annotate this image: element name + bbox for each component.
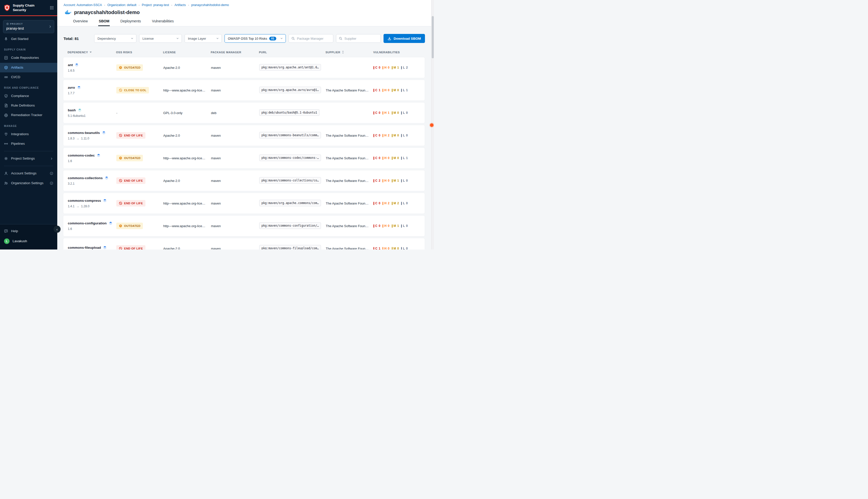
dependency-cell: commons-compress 1.4.1→1.28.0 (68, 199, 116, 208)
tab-sbom[interactable]: SBOM (98, 19, 110, 26)
artifacts-icon (4, 65, 8, 70)
purl-chip[interactable]: pkg:maven/org.apache.avro/avro@1… (259, 87, 321, 93)
page-title: pranaycshah/todolist-demo (74, 10, 140, 15)
main-area: Account: Automation-SSCA › Organization:… (57, 0, 434, 250)
table-row[interactable]: commons-compress 1.4.1→1.28.0 END OF LIF… (63, 193, 425, 214)
module-switcher-icon[interactable] (50, 6, 54, 10)
dependency-cell: commons-codec 1.6 (68, 154, 116, 163)
filter-label: OWASP OSS Top 10 Risks (228, 37, 267, 40)
sidebar-item-code-repositories[interactable]: Code Repositories (0, 53, 57, 63)
tab-vulnerabilities[interactable]: Vulnerabilities (151, 19, 174, 26)
purl-chip[interactable]: pkg:maven/org.apache.ant/ant@1.6… (259, 64, 321, 71)
breadcrumb: Account: Automation-SSCA › Organization:… (64, 3, 434, 7)
sidebar-item-compliance[interactable]: Compliance (0, 91, 57, 101)
tab-overview[interactable]: Overview (73, 19, 88, 26)
purl-cell: pkg:maven/commons-configuration/… (259, 222, 326, 230)
purl-chip[interactable]: pkg:maven/commons-fileupload/com… (259, 245, 321, 250)
owasp-risks-filter[interactable]: OWASP OSS Top 10 Risks 01 (224, 34, 286, 43)
sidebar-item-pipelines[interactable]: Pipelines (0, 139, 57, 148)
package-manager-search-input[interactable] (297, 37, 331, 40)
gear-icon (4, 157, 8, 160)
breadcrumb-project[interactable]: Project: pranay-test (142, 3, 169, 7)
table-row[interactable]: commons-configuration 1.6 OUTDATED http-… (63, 215, 425, 236)
purl-chip[interactable]: pkg:deb/ubuntu/bash@5.1-6ubuntu1 (259, 109, 320, 116)
sidebar-item-remediation-tracker[interactable]: Remediation Tracker (0, 110, 57, 120)
app-logo-shield-icon[interactable] (4, 4, 10, 11)
purl-cell: pkg:maven/commons-codec/commons-… (259, 155, 326, 162)
app-title: Supply Chain Security (13, 3, 47, 12)
vulnerabilities-cell: C0H2M0L0 (373, 134, 420, 137)
scrollbar-thumb[interactable] (432, 16, 434, 58)
purl-chip[interactable]: pkg:maven/commons-collections/co… (259, 177, 321, 184)
clock-icon (119, 156, 122, 160)
risk-empty: - (116, 111, 117, 115)
dependency-name: commons-collections (68, 176, 103, 180)
breadcrumb-organization[interactable]: Organization: default (108, 3, 136, 7)
table-row[interactable]: commons-beanutils 1.8.3→1.11.0 END OF LI… (63, 125, 425, 146)
table-row[interactable]: commons-fileupload END OF LIFE Apache-2.… (63, 238, 425, 250)
sbom-content: Total: 81 Dependency License Image Layer… (57, 26, 434, 250)
breadcrumb-account[interactable]: Account: Automation-SSCA (64, 3, 102, 7)
table-row[interactable]: commons-collections 3.2.1 END OF LIFE Ap… (63, 170, 425, 191)
purl-chip[interactable]: pkg:maven/org.apache.commons/com… (259, 200, 321, 206)
sidebar-item-get-started[interactable]: Get Started (0, 34, 57, 44)
info-icon[interactable] (50, 172, 53, 175)
purl-cell: pkg:maven/commons-collections/co… (259, 177, 326, 184)
col-supplier[interactable]: SUPPLIER (325, 50, 373, 54)
severity-h-count: H2 (383, 134, 389, 137)
layers-icon (103, 246, 107, 250)
table-row[interactable]: ant 1.6.5 OUTDATED Apache-2.0 maven pkg:… (63, 57, 425, 78)
sidebar-item-account-settings[interactable]: Account Settings (0, 169, 57, 178)
severity-c-count: C0 (373, 111, 380, 114)
risk-badge: END OF LIFE (116, 132, 146, 139)
purl-chip[interactable]: pkg:maven/commons-configuration/… (259, 222, 321, 229)
breadcrumb-current[interactable]: pranaycshah/todolist-demo (191, 3, 229, 7)
clock-icon (119, 66, 122, 69)
notification-beacon[interactable] (430, 123, 434, 127)
table-row[interactable]: avro 1.7.7 CLOSE TO EOL http---www.apach… (63, 80, 425, 101)
severity-l-count: L0 (401, 247, 408, 250)
sidebar-item-organization-settings[interactable]: Organization Settings (0, 179, 57, 188)
sidebar-item-label: Compliance (11, 94, 29, 98)
table-header: DEPENDENCY OSS RISKS LICENSE PACKAGE MAN… (63, 50, 425, 54)
package-manager-cell: maven (211, 134, 259, 137)
sidebar-item-help[interactable]: Help (0, 227, 57, 236)
sidebar-item-label: Get Started (11, 37, 28, 41)
table-row[interactable]: commons-codec 1.6 OUTDATED http---www.ap… (63, 147, 425, 169)
supplier-search-input[interactable] (344, 37, 378, 40)
tab-deployments[interactable]: Deployments (120, 19, 141, 26)
sidebar-collapse-handle[interactable]: ‹ (53, 226, 61, 233)
purl-chip[interactable]: pkg:maven/commons-beanutils/comm… (259, 132, 321, 138)
sidebar-header: Supply Chain Security (0, 0, 57, 16)
dependency-name: commons-fileupload (68, 246, 101, 250)
download-sbom-button[interactable]: Download SBOM (384, 34, 425, 43)
app-root: Supply Chain Security PROJECT pranay-tes… (0, 0, 434, 250)
docker-whale-icon (64, 10, 71, 15)
sidebar-item-rule-definitions[interactable]: Rule Definitions (0, 101, 57, 110)
dependency-version: 1.6.5 (68, 69, 116, 72)
breadcrumb-artifacts[interactable]: Artifacts (175, 3, 186, 7)
sidebar: Supply Chain Security PROJECT pranay-tes… (0, 0, 57, 250)
dependency-filter[interactable]: Dependency (94, 34, 136, 43)
sidebar-item-integrations[interactable]: Integrations (0, 130, 57, 139)
purl-chip[interactable]: pkg:maven/commons-codec/commons-… (259, 155, 321, 161)
sidebar-item-label: Project Settings (11, 156, 35, 161)
sidebar-item-artifacts[interactable]: Artifacts (0, 63, 57, 72)
oss-risk-cell: OUTDATED (116, 155, 163, 161)
license-cell: Apache-2.0 (163, 66, 211, 70)
total-count: Total: 81 (63, 36, 79, 41)
severity-c-count: C0 (373, 66, 380, 69)
image-layer-filter[interactable]: Image Layer (185, 34, 222, 43)
info-icon[interactable] (50, 181, 53, 185)
layers-icon (103, 199, 107, 203)
col-dependency[interactable]: DEPENDENCY (67, 51, 116, 54)
sidebar-item-project-settings[interactable]: Project Settings (0, 154, 57, 163)
license-filter[interactable]: License (139, 34, 182, 43)
severity-h-count: H0 (383, 247, 389, 250)
sidebar-item-label: Account Settings (11, 171, 36, 175)
project-selector[interactable]: PROJECT pranay-test (3, 20, 54, 33)
sidebar-item-cicd[interactable]: CI/CD (0, 72, 57, 82)
sidebar-user[interactable]: L Lavakush (0, 236, 57, 246)
search-icon (292, 37, 295, 40)
table-row[interactable]: bash 5.1-6ubuntu1 - GPL-3.0-only deb pkg… (63, 102, 425, 123)
